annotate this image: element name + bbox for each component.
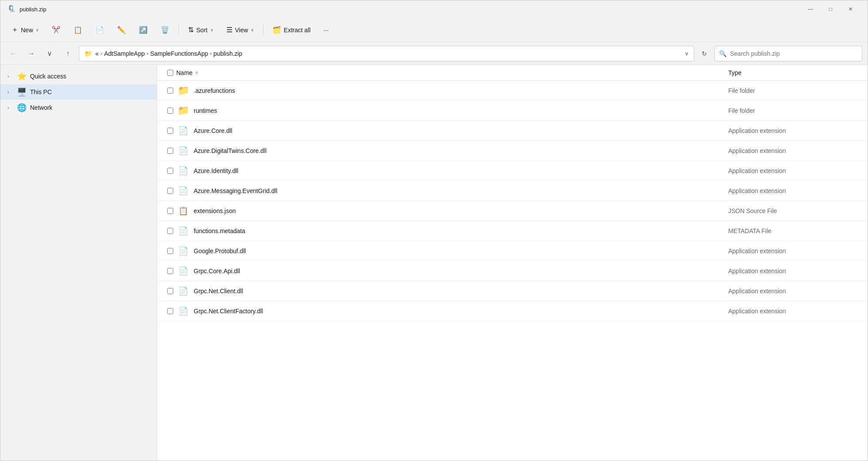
file-checkbox-1[interactable] — [167, 108, 173, 114]
cut-button[interactable]: ✂️ — [46, 22, 66, 38]
file-name-10: Grpc.Net.Client.dll — [194, 288, 728, 295]
file-checkbox-7[interactable] — [167, 228, 173, 234]
name-column-header[interactable]: Name ∧ — [176, 69, 728, 76]
table-row[interactable]: 📄 Azure.Identity.dll Application extensi… — [157, 161, 868, 181]
search-input[interactable] — [730, 50, 858, 57]
sidebar-item-this-pc[interactable]: › 🖥️ This PC — [0, 84, 157, 100]
new-icon: ＋ — [11, 25, 18, 34]
sidebar-item-network[interactable]: › 🌐 Network — [0, 100, 157, 115]
table-row[interactable]: 📄 functions.metadata METADATA File — [157, 221, 868, 241]
file-checkbox-8[interactable] — [167, 248, 173, 254]
dll-file-icon: 📄 — [178, 126, 188, 136]
file-name-6: extensions.json — [194, 207, 728, 214]
file-area: Name ∧ Type 📁 .azurefunctions File folde… — [157, 65, 868, 461]
file-checkbox-5[interactable] — [167, 188, 173, 194]
file-name-3: Azure.DigitalTwins.Core.dll — [194, 147, 728, 154]
row-checkbox-8 — [164, 248, 176, 254]
paste-button[interactable]: 📄 — [90, 22, 110, 38]
file-icon-8: 📄 — [176, 246, 190, 256]
file-list: 📁 .azurefunctions File folder 📁 runtimes… — [157, 81, 868, 461]
file-icon-4: 📄 — [176, 166, 190, 176]
recent-button[interactable]: ∨ — [42, 46, 57, 61]
up-button[interactable]: ↑ — [61, 46, 75, 61]
extract-label: Extract all — [284, 27, 310, 34]
view-button[interactable]: ☰ View ∨ — [221, 22, 259, 38]
search-bar[interactable]: 🔍 — [714, 46, 862, 61]
table-row[interactable]: 📁 runtimes File folder — [157, 101, 868, 121]
more-button[interactable]: ··· — [318, 22, 334, 38]
file-type-11: Application extension — [728, 308, 868, 315]
delete-icon: 🗑️ — [161, 26, 169, 34]
table-row[interactable]: 📄 Grpc.Net.Client.dll Application extens… — [157, 281, 868, 301]
delete-button[interactable]: 🗑️ — [155, 22, 175, 38]
file-icon-3: 📄 — [176, 146, 190, 156]
file-checkbox-10[interactable] — [167, 288, 173, 294]
file-type-1: File folder — [728, 107, 868, 114]
this-pc-label: This PC — [30, 88, 52, 95]
address-bar[interactable]: 📁 « › AdtSampleApp › SampleFunctionsApp … — [79, 46, 694, 61]
sort-label: Sort — [196, 27, 208, 34]
title-bar-left: 🗜️ publish.zip — [7, 5, 46, 14]
file-icon-5: 📄 — [176, 186, 190, 196]
table-row[interactable]: 📄 Azure.Core.dll Application extension — [157, 121, 868, 141]
metadata-file-icon: 📄 — [178, 226, 188, 236]
minimize-button[interactable]: — — [801, 3, 821, 16]
extract-all-button[interactable]: 🗂️ Extract all — [267, 22, 316, 38]
file-name-2: Azure.Core.dll — [194, 127, 728, 134]
rename-button[interactable]: ✏️ — [111, 22, 131, 38]
file-checkbox-2[interactable] — [167, 128, 173, 134]
file-checkbox-4[interactable] — [167, 168, 173, 174]
file-checkbox-3[interactable] — [167, 148, 173, 154]
close-button[interactable]: ✕ — [841, 3, 861, 16]
file-checkbox-6[interactable] — [167, 208, 173, 214]
table-row[interactable]: 📋 extensions.json JSON Source File — [157, 201, 868, 221]
select-all-checkbox[interactable] — [167, 70, 173, 76]
window-icon: 🗜️ — [7, 5, 16, 14]
copy-button[interactable]: 📋 — [68, 22, 88, 38]
table-row[interactable]: 📄 Azure.Messaging.EventGrid.dll Applicat… — [157, 181, 868, 201]
sort-icon: ⇅ — [188, 26, 194, 34]
toolbar-sep-1 — [178, 25, 179, 35]
share-icon: ↗️ — [139, 26, 148, 34]
file-icon-1: 📁 — [176, 105, 190, 116]
sort-button[interactable]: ⇅ Sort ∨ — [182, 22, 219, 38]
back-button[interactable]: ← — [6, 46, 20, 61]
sidebar: › ⭐ Quick access › 🖥️ This PC › 🌐 Networ… — [0, 65, 157, 461]
quick-access-icon: ⭐ — [17, 71, 27, 81]
this-pc-icon: 🖥️ — [17, 87, 27, 97]
window-title: publish.zip — [20, 6, 46, 13]
forward-button[interactable]: → — [24, 46, 39, 61]
file-checkbox-9[interactable] — [167, 268, 173, 274]
file-type-10: Application extension — [728, 288, 868, 295]
share-button[interactable]: ↗️ — [133, 22, 153, 38]
file-icon-10: 📄 — [176, 286, 190, 296]
file-name-9: Grpc.Core.Api.dll — [194, 268, 728, 275]
maximize-button[interactable]: □ — [821, 3, 841, 16]
file-icon-11: 📄 — [176, 306, 190, 316]
table-row[interactable]: 📁 .azurefunctions File folder — [157, 81, 868, 101]
file-name-8: Google.Protobuf.dll — [194, 247, 728, 254]
file-icon-0: 📁 — [176, 85, 190, 96]
breadcrumb-part-2: SampleFunctionsApp — [150, 50, 208, 57]
rename-icon: ✏️ — [117, 26, 126, 34]
file-name-0: .azurefunctions — [194, 87, 728, 94]
dll-file-icon: 📄 — [178, 166, 188, 176]
toolbar-sep-2 — [263, 25, 263, 35]
refresh-button[interactable]: ↻ — [698, 47, 711, 60]
dll-file-icon: 📄 — [178, 186, 188, 196]
file-checkbox-0[interactable] — [167, 88, 173, 94]
table-row[interactable]: 📄 Azure.DigitalTwins.Core.dll Applicatio… — [157, 141, 868, 161]
address-chevron-icon[interactable]: ∨ — [685, 51, 689, 57]
dll-file-icon: 📄 — [178, 246, 188, 256]
table-row[interactable]: 📄 Grpc.Core.Api.dll Application extensio… — [157, 261, 868, 281]
table-row[interactable]: 📄 Google.Protobuf.dll Application extens… — [157, 241, 868, 261]
copy-icon: 📋 — [74, 26, 82, 34]
sidebar-item-quick-access[interactable]: › ⭐ Quick access — [0, 68, 157, 84]
file-type-3: Application extension — [728, 147, 868, 154]
file-checkbox-11[interactable] — [167, 308, 173, 314]
new-button[interactable]: ＋ New ∨ — [6, 22, 44, 38]
column-headers: Name ∧ Type — [157, 65, 868, 81]
type-column-header[interactable]: Type — [728, 69, 868, 76]
file-type-4: Application extension — [728, 167, 868, 174]
table-row[interactable]: 📄 Grpc.Net.ClientFactory.dll Application… — [157, 301, 868, 321]
